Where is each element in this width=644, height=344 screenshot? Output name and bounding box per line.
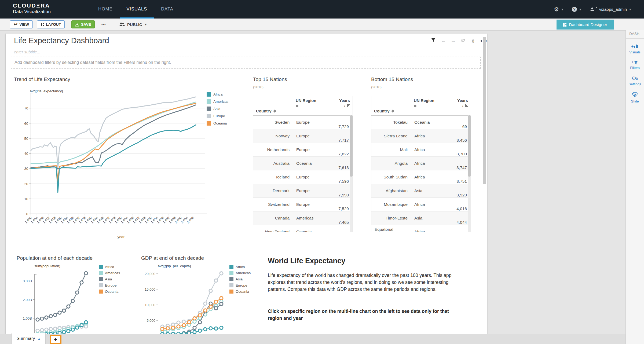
dashboard-title[interactable]: Life Expectancy Dashboard	[14, 36, 109, 45]
series-americas[interactable]	[31, 102, 196, 164]
nav-item-home[interactable]: HOME	[91, 0, 120, 19]
cloudera-logo[interactable]: CLOUDΞRA Data Visualization	[13, 2, 51, 14]
nav-item-visuals[interactable]: VISUALS	[120, 0, 154, 19]
legend-item-asia[interactable]: Asia	[229, 277, 251, 281]
series-oceania[interactable]	[31, 103, 196, 182]
legend-item-americas[interactable]: Americas	[207, 99, 228, 104]
table-row[interactable]: SwedenEurope7,729	[253, 116, 353, 129]
series-asia[interactable]	[31, 105, 196, 169]
save-button[interactable]: SAVE	[71, 20, 95, 28]
population-chart-title: Population at end of each decade	[17, 255, 93, 261]
legend-item-americas[interactable]: Americas	[99, 271, 120, 275]
legend-swatch	[207, 99, 211, 104]
dashboard-scrollbar[interactable]	[483, 37, 486, 184]
filter-dropzone[interactable]: Add dashboard filters by selecting datas…	[11, 57, 481, 69]
series-asia[interactable]	[36, 272, 87, 321]
legend-item-asia[interactable]: Asia	[99, 277, 120, 281]
trend-line-chart[interactable]: 0102030405060701,9001,9041,9081,9121,916…	[22, 89, 212, 241]
column-header-years[interactable]: Years↓	[442, 96, 471, 115]
nav-item-data[interactable]: DATA	[154, 0, 180, 19]
chevron-down-icon: ▼	[144, 23, 147, 26]
column-header-region[interactable]: UN Region	[293, 96, 324, 115]
table-row[interactable]: NorwayEurope7,717	[253, 129, 353, 143]
series-americas[interactable]	[161, 300, 223, 332]
table-row[interactable]: Timor-LesteAsia4,044	[371, 211, 471, 225]
legend-item-africa[interactable]: Africa	[229, 265, 251, 269]
years-cell: 7,529	[324, 198, 353, 211]
legend-swatch	[99, 290, 103, 294]
table-header-row: CountryUN RegionYears↓	[371, 96, 471, 116]
legend-item-asia[interactable]: Asia	[207, 107, 228, 111]
top15-table-scrollbar[interactable]	[350, 115, 353, 232]
gdp-line-chart[interactable]: 5,00010,00015,00020,000avg(gdp_per_capit…	[140, 263, 232, 334]
table-row[interactable]: New ZealandOceania7,424	[253, 225, 353, 232]
legend-item-africa[interactable]: Africa	[207, 92, 228, 97]
region-cell: Europe	[293, 170, 324, 184]
table-row[interactable]: South SudanAfrica3,751	[371, 170, 471, 184]
column-header-years[interactable]: Years↓	[324, 96, 353, 115]
table-row[interactable]: NetherlandsEurope7,622	[253, 143, 353, 157]
country-cell: South Sudan	[371, 170, 411, 184]
legend-item-americas[interactable]: Americas	[229, 271, 251, 275]
filter-hint: Add dashboard filters by selecting datas…	[14, 60, 480, 65]
add-sheet-button[interactable]: +	[50, 335, 61, 344]
sidebar-item-style[interactable]: Style	[626, 92, 644, 103]
table-row[interactable]: MozambiqueAfrica4,016	[371, 198, 471, 211]
years-cell: 4,044	[442, 211, 471, 225]
gears-icon: ⚙⚙	[626, 76, 644, 81]
sidebar-item-filters[interactable]: + Filters	[626, 60, 644, 70]
view-button[interactable]: ↩ VIEW	[10, 20, 33, 28]
country-cell: Switzerland	[253, 198, 293, 211]
bottom15-table-scrollbar[interactable]	[468, 115, 471, 232]
legend-swatch	[207, 114, 211, 118]
layout-button[interactable]: LAYOUT	[37, 20, 65, 28]
table-row[interactable]: Sierra LeoneAfrica3,456	[371, 129, 471, 143]
country-cell: Iceland	[253, 170, 293, 184]
tab-summary[interactable]: Summary ▲	[12, 333, 46, 344]
table-row[interactable]: Equatorial GuineaAfrica4,089	[371, 225, 471, 232]
svg-text:50: 50	[24, 137, 28, 141]
help-menu[interactable]: ? ▼	[572, 7, 582, 12]
dashboard-designer-button[interactable]: Dashboard Designer	[557, 20, 614, 30]
column-header-country[interactable]: Country	[253, 96, 293, 115]
table-row[interactable]: DenmarkEurope7,590	[253, 184, 353, 198]
refresh-icon[interactable]	[460, 38, 466, 43]
forward-arrow-icon[interactable]: →	[451, 38, 456, 44]
sidebar-item-settings[interactable]: ⚙⚙ Settings	[626, 76, 644, 86]
settings-menu[interactable]: ⚙ ▼	[554, 6, 564, 13]
table-row[interactable]: MaliAfrica3,700	[371, 143, 471, 157]
population-line-chart[interactable]: 1.00B2.00B3.00Bsum(population)	[14, 263, 102, 334]
filter-funnel-icon[interactable]	[431, 38, 436, 43]
public-dropdown[interactable]: PUBLIC ▼	[119, 20, 147, 28]
table-row[interactable]: TokelauOceania69	[371, 116, 471, 129]
legend-label: Americas	[105, 271, 120, 275]
table-row[interactable]: AngolaAfrica3,747	[371, 157, 471, 170]
table-row[interactable]: CanadaAmericas7,465	[253, 211, 353, 225]
legend-item-europe[interactable]: Europe	[99, 283, 120, 287]
table-row[interactable]: IcelandEurope7,596	[253, 170, 353, 184]
sidebar-item-label: Settings	[626, 82, 644, 86]
table-row[interactable]: AfghanistanAsia3,929	[371, 184, 471, 198]
series-europe[interactable]	[161, 272, 223, 328]
table-row[interactable]: SwitzerlandEurope7,529	[253, 198, 353, 211]
column-header-country[interactable]: Country	[371, 96, 411, 115]
back-arrow-icon[interactable]: ←	[441, 38, 446, 44]
legend-item-oceania[interactable]: Oceania	[99, 290, 120, 294]
legend-item-africa[interactable]: Africa	[99, 265, 120, 269]
series-europe[interactable]	[31, 97, 196, 169]
column-header-region[interactable]: UN Region	[411, 96, 442, 115]
legend-item-europe[interactable]: Europe	[207, 114, 228, 118]
legend-label: Americas	[236, 271, 251, 275]
legend-item-oceania[interactable]: Oceania	[229, 290, 251, 294]
user-menu[interactable]: * vizapps_admin ▼	[590, 7, 632, 12]
dashboard-subtitle-placeholder[interactable]: enter subtitle...	[14, 50, 40, 54]
table-row[interactable]: AustraliaOceania7,613	[253, 157, 353, 170]
svg-text:1.00B: 1.00B	[23, 316, 32, 320]
legend-item-europe[interactable]: Europe	[229, 283, 251, 287]
sidebar-item-visuals[interactable]: + Visuals	[626, 45, 644, 54]
legend-item-oceania[interactable]: Oceania	[207, 121, 228, 126]
designer-label: Dashboard Designer	[569, 22, 607, 27]
info-icon[interactable]: i	[470, 38, 476, 43]
more-options-button[interactable]: •••	[101, 23, 106, 27]
series-asia[interactable]	[161, 302, 223, 334]
